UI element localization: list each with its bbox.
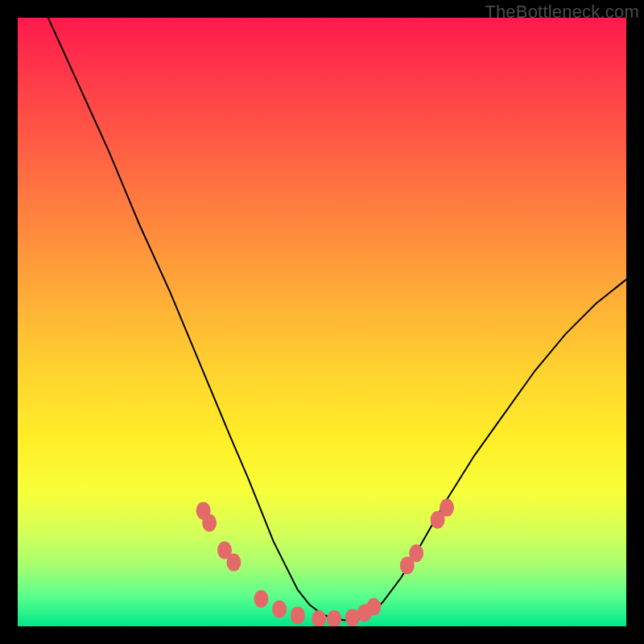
curve-marker bbox=[440, 499, 454, 517]
curve-marker bbox=[226, 554, 241, 572]
curve-marker bbox=[254, 590, 268, 608]
curve-marker bbox=[202, 514, 217, 532]
chart-overlay bbox=[18, 18, 626, 626]
chart-frame: TheBottleneck.com bbox=[0, 0, 644, 644]
bottleneck-curve bbox=[48, 18, 626, 620]
curve-marker bbox=[327, 610, 341, 626]
curve-marker bbox=[272, 601, 287, 618]
curve-marker bbox=[409, 544, 423, 562]
curve-marker bbox=[366, 598, 381, 616]
watermark-text: TheBottleneck.com bbox=[485, 2, 639, 23]
curve-marker bbox=[312, 610, 326, 626]
curve-markers bbox=[196, 499, 454, 626]
curve-marker bbox=[291, 606, 305, 624]
